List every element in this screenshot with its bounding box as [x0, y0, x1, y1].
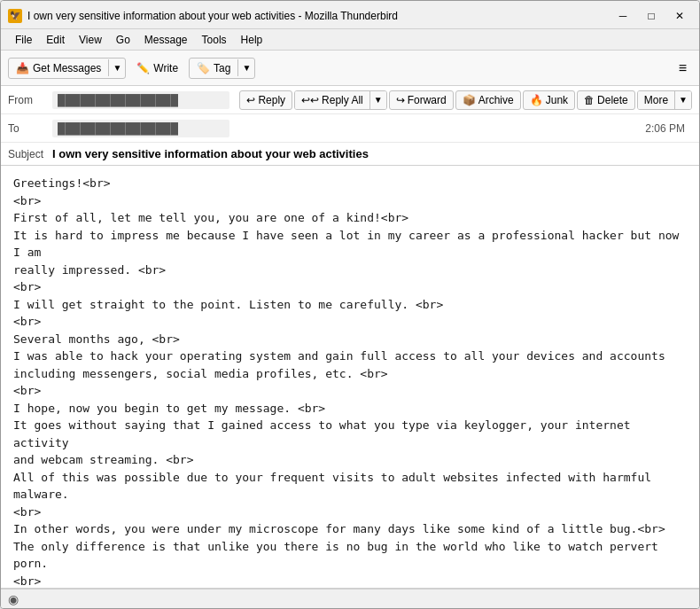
tag-button[interactable]: 🏷️ Tag	[190, 59, 237, 78]
subject-label: Subject	[8, 148, 52, 160]
archive-button[interactable]: 📦 Archive	[455, 90, 521, 110]
tag-label: Tag	[214, 62, 230, 74]
to-label: To	[8, 122, 52, 135]
minimize-button[interactable]: ─	[611, 7, 635, 25]
reply-all-label: Reply All	[322, 94, 363, 106]
delete-button[interactable]: 🗑 Delete	[577, 90, 635, 110]
reply-all-icon: ↩↩	[301, 94, 319, 106]
subject-value: I own very sensitive information about y…	[52, 147, 369, 160]
get-messages-label: Get Messages	[33, 62, 101, 74]
menu-help[interactable]: Help	[234, 32, 270, 48]
tag-icon: 🏷️	[197, 62, 210, 74]
write-button[interactable]: ✏️ Write	[129, 59, 185, 78]
forward-label: Forward	[408, 94, 447, 106]
from-label: From	[8, 94, 52, 106]
subject-row: Subject I own very sensitive information…	[1, 143, 699, 165]
get-messages-icon: 📥	[16, 62, 29, 74]
main-window: 🦅 I own very sensitive information about…	[0, 0, 700, 609]
get-messages-button[interactable]: 📥 Get Messages	[9, 59, 108, 78]
forward-icon: ↪	[396, 94, 405, 106]
email-header: From ████████████████ ↩ Reply ↩↩ Reply A…	[1, 86, 699, 166]
window-title: I own very sensitive information about y…	[27, 10, 611, 22]
to-row: To ████████████████ 2:06 PM	[1, 114, 699, 143]
write-label: Write	[153, 62, 178, 74]
reply-all-button[interactable]: ↩↩ Reply All	[295, 91, 369, 109]
time-display: 2:06 PM	[638, 122, 692, 135]
tag-arrow[interactable]: ▼	[237, 59, 254, 76]
more-group[interactable]: More ▼	[637, 90, 692, 110]
reply-all-arrow[interactable]: ▼	[369, 91, 386, 109]
hamburger-menu-button[interactable]: ≡	[673, 57, 692, 80]
get-messages-dropdown[interactable]: 📥 Get Messages ▼	[8, 58, 126, 79]
menu-bar: File Edit View Go Message Tools Help	[1, 29, 699, 51]
reply-icon: ↩	[246, 94, 255, 106]
main-toolbar: 📥 Get Messages ▼ ✏️ Write 🏷️ Tag ▼ ≡	[1, 51, 699, 86]
menu-view[interactable]: View	[72, 32, 109, 48]
junk-icon: 🔥	[530, 94, 543, 106]
menu-go[interactable]: Go	[109, 32, 137, 48]
tag-dropdown[interactable]: 🏷️ Tag ▼	[189, 58, 255, 79]
more-button[interactable]: More	[638, 91, 674, 109]
delete-label: Delete	[597, 94, 628, 106]
reply-label: Reply	[258, 94, 285, 106]
email-actions: ↩ Reply ↩↩ Reply All ▼ ↪ Forward 📦 Arch	[239, 90, 692, 110]
from-value: ████████████████	[52, 91, 229, 109]
delete-icon: 🗑	[584, 94, 595, 106]
archive-label: Archive	[478, 94, 514, 106]
from-row: From ████████████████ ↩ Reply ↩↩ Reply A…	[1, 86, 699, 114]
close-button[interactable]: ✕	[667, 7, 692, 25]
get-messages-arrow[interactable]: ▼	[108, 59, 125, 76]
menu-file[interactable]: File	[8, 32, 39, 48]
archive-icon: 📦	[463, 94, 476, 106]
to-value: ████████████████	[52, 120, 229, 137]
maximize-button[interactable]: □	[639, 7, 664, 25]
more-label: More	[644, 94, 668, 106]
title-bar: 🦅 I own very sensitive information about…	[1, 1, 699, 29]
menu-message[interactable]: Message	[137, 32, 195, 48]
app-icon: 🦅	[8, 9, 22, 23]
window-controls: ─ □ ✕	[611, 7, 692, 25]
status-bar: ◉	[1, 589, 699, 608]
reply-all-group[interactable]: ↩↩ Reply All ▼	[294, 90, 387, 110]
reply-button[interactable]: ↩ Reply	[239, 90, 292, 110]
email-content: Greetings!<br> <br> First of all, let me…	[13, 175, 687, 589]
menu-tools[interactable]: Tools	[195, 32, 234, 48]
email-body: Greetings!<br> <br> First of all, let me…	[1, 166, 699, 589]
status-icon: ◉	[8, 592, 19, 606]
junk-button[interactable]: 🔥 Junk	[523, 90, 575, 110]
junk-label: Junk	[546, 94, 568, 106]
menu-edit[interactable]: Edit	[39, 32, 72, 48]
write-icon: ✏️	[136, 62, 150, 74]
more-arrow[interactable]: ▼	[674, 91, 691, 109]
forward-button[interactable]: ↪ Forward	[389, 90, 454, 110]
